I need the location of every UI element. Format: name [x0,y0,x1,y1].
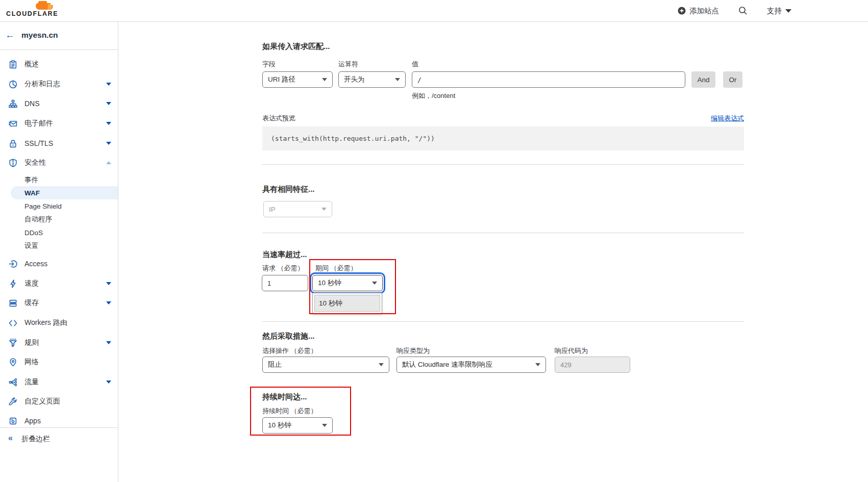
back-arrow-icon[interactable]: ← [5,30,15,41]
sidebar-item-custom-pages[interactable]: 自定义页面 [0,395,118,408]
characteristics-select[interactable]: IP [263,201,332,217]
duration-heading: 持续时间达... [262,392,307,402]
sidebar-item-email[interactable]: 电子邮件 [0,117,118,130]
sidebar-item-waf[interactable]: WAF [0,187,118,199]
edit-expression-link[interactable]: 编辑表达式 [711,114,744,123]
funnel-icon [8,338,17,347]
action-heading: 然后采取措施... [262,332,315,341]
duration-label: 持续时间 （必需） [262,407,317,416]
period-label: 期间 （必需） [315,264,357,273]
sidebar: ← myesn.cn 概述 分析和日志 DNS 电子邮件 SSL/TLS [0,22,118,482]
expression-code: (starts_with(http.request.uri.path, "/")… [271,135,435,142]
sidebar-item-traffic[interactable]: 流量 [0,376,118,388]
sidebar-item-events[interactable]: 事件 [0,174,118,186]
period-dropdown-panel: 10 秒钟 [312,293,382,314]
chevron-down-icon [535,363,540,366]
chevron-down-icon [785,9,791,13]
response-code-input [555,357,630,373]
sidebar-item-page-shield[interactable]: Page Shield [0,200,118,212]
chevron-down-icon [106,122,111,125]
period-select[interactable]: 10 秒钟 [312,275,383,291]
chevron-down-icon [106,282,111,285]
operator-label: 运算符 [338,60,358,69]
support-label: 支持 [767,6,782,16]
cloudflare-logo[interactable]: CLOUDFLARE [6,1,62,17]
sidebar-item-security[interactable]: 安全性 [0,157,118,169]
divider [262,321,744,322]
sidebar-item-network[interactable]: 网络 [0,356,118,368]
operator-select[interactable]: 开头为 [338,71,406,88]
main-content: 如果传入请求匹配... 字段 运算符 值 URI 路径 开头为 And Or 例… [118,22,868,482]
sidebar-item-bots[interactable]: 自动程序 [0,213,118,225]
expression-code-block: (starts_with(http.request.uri.path, "/")… [262,126,744,150]
logo-wordmark: CLOUDFLARE [6,10,62,17]
add-site-button[interactable]: 添加站点 [678,6,719,16]
divider [262,233,744,233]
field-select[interactable]: URI 路径 [262,71,333,88]
sidebar-item-cache[interactable]: 缓存 [0,297,118,309]
plus-circle-icon [678,7,686,15]
divider [262,164,744,165]
clipboard-icon [8,60,17,69]
traffic-icon [8,377,17,387]
sidebar-item-analytics[interactable]: 分析和日志 [0,78,118,90]
chevron-down-icon [322,78,327,81]
cache-icon [8,298,17,308]
duration-select[interactable]: 10 秒钟 [262,417,333,434]
chevron-down-icon [379,363,384,366]
sidebar-item-ddos[interactable]: DDoS [0,226,118,239]
wrench-icon [8,397,17,406]
value-label: 值 [412,60,418,69]
action-label: 选择操作 （必需） [262,346,317,356]
search-button[interactable] [738,6,748,15]
chevron-down-icon [106,380,111,384]
access-icon [8,259,17,268]
code-brackets-icon [8,318,17,327]
add-site-label: 添加站点 [689,6,719,16]
bolt-icon [8,279,17,288]
double-chevron-left-icon: « [8,434,13,443]
value-input[interactable] [412,71,685,88]
requests-label: 请求 （必需） [262,264,304,273]
sidebar-footer: « 折叠边栏 [0,427,118,482]
sidebar-item-workers[interactable]: Workers 路由 [0,317,118,329]
value-hint: 例如，/content [412,91,455,100]
apps-icon [8,416,17,425]
period-option[interactable]: 10 秒钟 [314,295,380,312]
sidebar-item-access[interactable]: Access [0,258,118,270]
chevron-down-icon [106,102,111,105]
chevron-up-icon [106,161,111,164]
sidebar-item-ssl[interactable]: SSL/TLS [0,137,118,149]
lock-icon [8,139,17,148]
sidebar-item-dns[interactable]: DNS [0,97,118,110]
map-pin-icon [8,358,17,367]
chevron-down-icon [322,424,327,427]
chevron-down-icon [395,78,400,81]
chevron-down-icon [321,208,327,211]
expression-preview-label: 表达式预览 [262,114,295,123]
chevron-down-icon [106,301,111,305]
sidebar-item-rules[interactable]: 规则 [0,337,118,349]
cloudflare-cloud-icon [33,1,56,10]
collapse-sidebar-button[interactable]: « 折叠边栏 [0,433,118,445]
sitemap-icon [8,99,17,108]
chevron-down-icon [106,83,111,86]
requests-input[interactable] [262,275,308,291]
action-select[interactable]: 阻止 [262,357,389,373]
rate-heading: 当速率超过... [262,250,307,260]
response-type-label: 响应类型为 [396,346,430,356]
sidebar-item-apps[interactable]: Apps [0,415,118,427]
response-code-label: 响应代码为 [555,346,588,356]
and-button[interactable]: And [691,71,715,88]
email-icon [8,119,17,128]
topbar: CLOUDFLARE 添加站点 支持 [0,0,868,22]
sidebar-item-settings[interactable]: 设置 [0,240,118,252]
shield-icon [8,158,17,167]
pie-chart-icon [8,80,17,89]
response-type-select[interactable]: 默认 Cloudflare 速率限制响应 [396,357,546,373]
support-menu[interactable]: 支持 [767,6,791,16]
or-button[interactable]: Or [723,71,742,88]
sidebar-item-overview[interactable]: 概述 [0,58,118,70]
sidebar-item-speed[interactable]: 速度 [0,277,118,290]
site-header: ← myesn.cn [0,22,118,50]
